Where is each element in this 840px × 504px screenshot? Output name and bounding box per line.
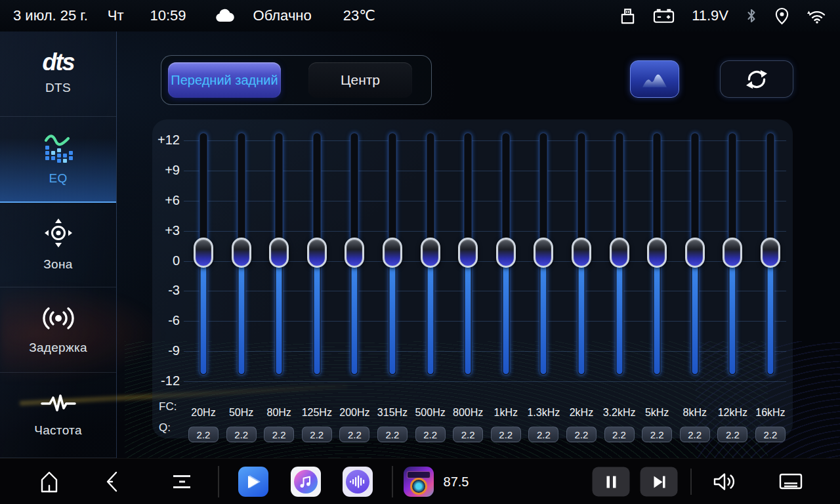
gain-slider[interactable] (343, 131, 366, 377)
sidebar-item-label: EQ (49, 171, 67, 186)
gain-slider[interactable] (494, 131, 518, 377)
volume-icon[interactable] (712, 471, 738, 493)
eq-band-column: 5kHz 2.2 (645, 131, 669, 377)
tab-center[interactable]: Центр (308, 62, 412, 98)
music-app-icon[interactable] (291, 467, 321, 497)
sidebar-item-zone[interactable]: Зона (0, 203, 116, 288)
gain-slider[interactable] (683, 131, 707, 377)
gain-slider[interactable] (419, 131, 442, 377)
slider-thumb[interactable] (383, 238, 402, 268)
gain-slider[interactable] (230, 131, 253, 377)
slider-row: 20Hz 2.2 50Hz 2.2 (192, 131, 782, 377)
band-q-button[interactable]: 2.2 (642, 427, 672, 442)
band-q-button[interactable]: 2.2 (377, 427, 408, 442)
slider-thumb[interactable] (269, 238, 289, 268)
eq-reset-button[interactable] (720, 60, 793, 98)
slider-thumb[interactable] (345, 238, 364, 268)
dock-divider (691, 469, 692, 495)
back-icon[interactable] (103, 469, 123, 494)
band-q-button[interactable]: 2.2 (453, 427, 483, 442)
cloud-icon (214, 8, 236, 24)
eq-band-column: 500Hz 2.2 (419, 131, 442, 377)
voice-app-icon[interactable] (343, 467, 373, 497)
slider-thumb[interactable] (496, 238, 516, 268)
gain-slider[interactable] (759, 131, 782, 377)
slider-fill (352, 264, 358, 374)
band-frequency-label: 20Hz (191, 407, 215, 419)
band-q-button[interactable]: 2.2 (302, 427, 332, 442)
q-row-label: Q: (159, 421, 171, 434)
slider-thumb[interactable] (647, 238, 667, 268)
status-weather: Облачно (253, 7, 312, 24)
gain-slider[interactable] (192, 131, 215, 377)
band-q-button[interactable]: 2.2 (339, 427, 369, 442)
slider-thumb[interactable] (194, 238, 213, 268)
sidebar-item-label: Зона (43, 257, 72, 272)
wifi-icon (807, 8, 827, 24)
slider-thumb[interactable] (761, 238, 780, 268)
gain-slider[interactable] (267, 131, 291, 377)
band-q-button[interactable]: 2.2 (226, 427, 257, 442)
head-unit-screen: 3 июл. 25 г. Чт 10:59 Облачно 23℃ (0, 0, 840, 504)
band-q-button[interactable]: 2.2 (566, 427, 597, 442)
sidebar-item-label: Частота (34, 423, 82, 438)
pause-button[interactable] (593, 467, 630, 497)
eq-band-column: 315Hz 2.2 (381, 131, 404, 377)
band-q-button[interactable]: 2.2 (604, 427, 635, 442)
gain-slider[interactable] (570, 131, 593, 377)
dts-logo: dts (43, 52, 74, 72)
band-q-button[interactable]: 2.2 (755, 427, 786, 442)
gain-slider[interactable] (721, 131, 744, 377)
slider-thumb[interactable] (572, 238, 591, 268)
gain-slider[interactable] (305, 131, 329, 377)
slider-fill (616, 264, 622, 374)
radio-app-icon[interactable] (404, 467, 434, 497)
slider-thumb[interactable] (458, 238, 478, 268)
slider-thumb[interactable] (421, 238, 440, 268)
slider-fill (541, 264, 547, 374)
eq-preset-button[interactable] (630, 60, 679, 98)
next-track-button[interactable] (640, 467, 678, 497)
slider-thumb[interactable] (610, 238, 629, 268)
slider-thumb[interactable] (534, 238, 553, 268)
slider-thumb[interactable] (685, 238, 705, 268)
band-q-button[interactable]: 2.2 (415, 427, 446, 442)
eq-band-column: 8kHz 2.2 (683, 131, 707, 377)
sidebar-item-frequency[interactable]: Частота (0, 373, 116, 458)
slider-fill (503, 264, 509, 374)
tab-front-rear[interactable]: Передний задний (168, 62, 281, 98)
band-q-button[interactable]: 2.2 (717, 427, 747, 442)
band-frequency-label: 3.2kHz (603, 407, 636, 419)
eq-band-column: 50Hz 2.2 (230, 131, 253, 377)
recent-apps-icon[interactable] (172, 472, 192, 491)
bluetooth-icon (746, 7, 757, 24)
band-frequency-label: 315Hz (377, 407, 408, 419)
slider-fill (201, 264, 207, 374)
frequency-icon (39, 392, 77, 415)
gain-slider[interactable] (645, 131, 669, 377)
slider-fill (314, 264, 320, 374)
play-app-icon[interactable] (238, 467, 268, 497)
band-q-button[interactable]: 2.2 (188, 427, 219, 442)
eq-band-column: 3.2kHz 2.2 (608, 131, 631, 377)
gain-slider[interactable] (532, 131, 555, 377)
slider-thumb[interactable] (723, 238, 742, 268)
slider-fill (465, 264, 471, 374)
eq-band-column: 20Hz 2.2 (192, 131, 215, 377)
gain-slider[interactable] (456, 131, 480, 377)
display-icon[interactable] (778, 472, 803, 492)
sidebar-item-delay[interactable]: Задержка (0, 287, 116, 373)
gain-slider[interactable] (608, 131, 631, 377)
slider-thumb[interactable] (307, 238, 327, 268)
home-icon[interactable] (38, 470, 60, 494)
slider-thumb[interactable] (232, 238, 251, 268)
band-q-button[interactable]: 2.2 (680, 427, 710, 442)
eq-band-column: 1.3kHz 2.2 (532, 131, 555, 377)
band-frequency-label: 125Hz (302, 407, 332, 419)
band-q-button[interactable]: 2.2 (264, 427, 294, 442)
sidebar-item-dts[interactable]: dts DTS (0, 32, 116, 117)
gain-slider[interactable] (381, 131, 404, 377)
sidebar-item-eq[interactable]: EQ (0, 117, 116, 203)
band-q-button[interactable]: 2.2 (528, 427, 558, 442)
band-q-button[interactable]: 2.2 (491, 427, 521, 442)
